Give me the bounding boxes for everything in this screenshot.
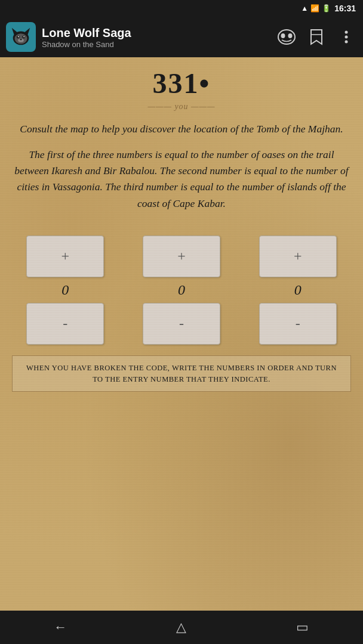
paragraph-2: The first of the three numbers is equal …	[12, 147, 351, 212]
nav-bar: ← △ ▭	[0, 611, 363, 644]
hint-box: When you have broken the code, write the…	[12, 355, 351, 392]
svg-point-16	[345, 41, 348, 44]
wolf-logo-icon	[10, 26, 32, 48]
app-subtitle: Shadow on the Sand	[42, 40, 270, 49]
svg-point-14	[345, 31, 348, 34]
app-bar-actions	[276, 26, 357, 48]
svg-point-6	[18, 36, 19, 38]
status-icons: ▲ 📶 🔋	[301, 4, 331, 13]
back-button[interactable]: ←	[42, 615, 78, 639]
svg-point-15	[345, 36, 348, 39]
number-controls: + 0 - + 0 - + 0	[12, 236, 351, 345]
number-display-2: 0	[173, 282, 190, 298]
app-title-group: Lone Wolf Saga Shadow on the Sand	[42, 26, 270, 49]
number-group-2: + 0 -	[128, 236, 235, 345]
bookmark-icon[interactable]	[306, 26, 327, 48]
decrement-btn-2[interactable]: -	[143, 303, 220, 345]
wifi-icon: ▲	[301, 4, 308, 13]
decrement-btn-3[interactable]: -	[259, 303, 337, 345]
svg-point-9	[20, 39, 22, 40]
faded-decorative-text: ——— you ———	[12, 102, 351, 112]
increment-btn-2[interactable]: +	[143, 236, 220, 277]
number-group-1: + 0 -	[12, 236, 119, 345]
status-time: 16:31	[334, 4, 356, 13]
recent-button[interactable]: ▭	[285, 615, 321, 639]
back-icon: ←	[54, 620, 67, 635]
mask-icon[interactable]	[276, 26, 297, 48]
svg-point-3	[15, 33, 27, 44]
battery-icon: 🔋	[322, 4, 331, 13]
svg-point-7	[23, 36, 24, 38]
number-display-1: 0	[56, 282, 74, 298]
app-bar: Lone Wolf Saga Shadow on the Sand	[0, 17, 363, 57]
decrement-btn-1[interactable]: -	[26, 303, 104, 345]
app-logo	[6, 22, 36, 52]
main-content: 331 ——— you ——— Consult the map to help …	[0, 57, 363, 611]
increment-btn-3[interactable]: +	[259, 236, 337, 277]
more-icon[interactable]	[336, 26, 357, 48]
app-title: Lone Wolf Saga	[42, 26, 270, 40]
svg-point-10	[278, 30, 295, 44]
svg-point-11	[281, 33, 285, 38]
paragraph-1: Consult the map to help you discover the…	[12, 121, 351, 137]
signal-icon: 📶	[310, 4, 319, 13]
home-button[interactable]: △	[164, 615, 199, 639]
status-bar: ▲ 📶 🔋 16:31	[0, 0, 363, 17]
recent-icon: ▭	[296, 620, 309, 635]
number-group-3: + 0 -	[244, 236, 351, 345]
hint-text: When you have broken the code, write the…	[26, 364, 337, 384]
home-icon: △	[176, 620, 186, 635]
svg-point-12	[288, 33, 293, 38]
story-text: Consult the map to help you discover the…	[12, 121, 351, 212]
section-number: 331	[12, 67, 351, 100]
number-display-3: 0	[289, 282, 307, 298]
increment-btn-1[interactable]: +	[26, 236, 104, 277]
